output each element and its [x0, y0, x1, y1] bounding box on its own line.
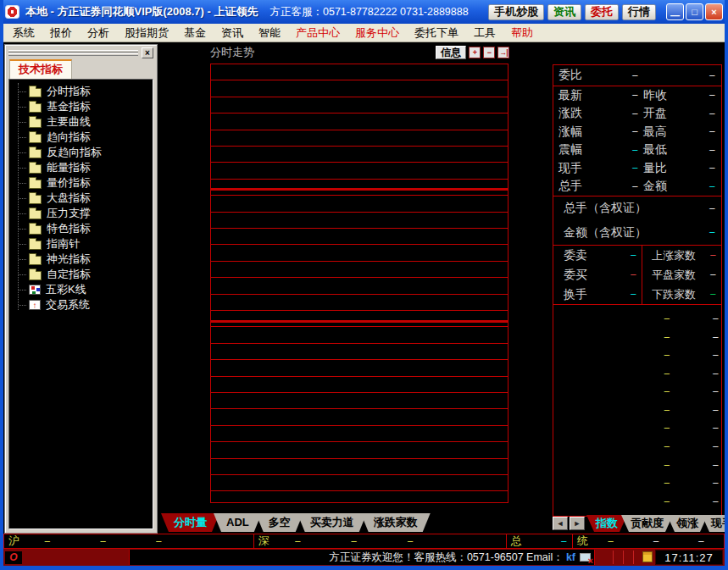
tab-current-volume[interactable]: 现手 — [702, 515, 725, 532]
order-breadth-section: 委卖− 委买− 换手− 上涨家数− 平盘家数− 下跌家数− — [553, 246, 722, 305]
list-item[interactable]: −− — [553, 315, 721, 324]
warrant-section: 总手（含权证） − 金额（含权证） − — [553, 196, 722, 246]
sidebar-grip[interactable]: × — [7, 47, 155, 59]
tab-adl[interactable]: ADL — [214, 513, 262, 532]
folder-icon — [29, 271, 42, 280]
menu-tools[interactable]: 工具 — [466, 24, 503, 42]
tree-item-support-pressure[interactable]: 压力支撑 — [9, 206, 153, 221]
menu-smart[interactable]: 智能 — [251, 24, 288, 42]
main-content: × 技术指标 分时指标 基金指标 主要曲线 趋向指标 反趋向指标 能量指标 量价… — [3, 42, 725, 549]
message-icon[interactable] — [642, 551, 653, 562]
jump-window-icon[interactable]: →| — [497, 47, 509, 58]
menu-system[interactable]: 系统 — [5, 24, 42, 42]
tab-index[interactable]: 指数 — [586, 515, 627, 532]
quotes-button[interactable]: 行情 — [622, 4, 656, 20]
menu-order-entry[interactable]: 委托下单 — [407, 24, 466, 42]
tree-item-main-curves[interactable]: 主要曲线 — [9, 114, 153, 130]
menu-quotes[interactable]: 报价 — [42, 24, 80, 42]
welcome-text: 方正证券欢迎您！客服热线：0571-96507 Email： — [329, 551, 563, 565]
list-item[interactable]: −− — [553, 497, 721, 506]
statusbar: O 方正证券欢迎您！客服热线：0571-96507 Email： kf 17:1… — [0, 549, 728, 566]
statusbar-dividers — [603, 551, 634, 564]
list-item[interactable]: −− — [553, 442, 721, 451]
chart-header: 分时走势 信息 + − →| — [210, 44, 509, 61]
menu-index-futures[interactable]: 股指期货 — [117, 24, 176, 42]
tab-technical-indicators[interactable]: 技术指标 — [9, 59, 72, 79]
intraday-chart-grid[interactable] — [210, 64, 508, 503]
list-item[interactable]: −− — [553, 424, 721, 433]
menu-analysis[interactable]: 分析 — [80, 24, 117, 42]
folder-icon — [29, 134, 42, 143]
tree-item-volume-price-indicators[interactable]: 量价指标 — [9, 175, 153, 191]
list-item[interactable]: −− — [553, 388, 721, 396]
chart-bottom-tabs: 分时量 ADL 多空 买卖力道 涨跌家数 — [161, 513, 431, 532]
indicator-sidebar: × 技术指标 分时指标 基金指标 主要曲线 趋向指标 反趋向指标 能量指标 量价… — [4, 44, 158, 534]
menu-news[interactable]: 资讯 — [214, 24, 251, 42]
menu-funds[interactable]: 基金 — [176, 24, 214, 42]
quote-row: 总手− 金额− — [553, 178, 721, 196]
menu-product-center[interactable]: 产品中心 — [288, 24, 347, 42]
minimize-icon: — — [670, 10, 680, 20]
tab-contribution[interactable]: 贡献度 — [621, 515, 673, 532]
summary-total: 总 − — [507, 534, 573, 548]
warrant-row: 总手（含权证） − — [553, 196, 721, 221]
tab-advance-decline[interactable]: 涨跌家数 — [361, 513, 431, 532]
email-link[interactable]: kf — [566, 551, 575, 563]
breadth-row: 下跌家数− — [642, 285, 721, 304]
remove-window-icon[interactable]: − — [483, 47, 495, 58]
menu-service-center[interactable]: 服务中心 — [347, 24, 407, 42]
titlebar-quick-buttons: 手机炒股 资讯 委托 行情 — [485, 4, 656, 20]
menu-help[interactable]: 帮助 — [503, 24, 541, 42]
folder-icon — [29, 103, 42, 113]
tab-leading-gainers[interactable]: 领涨 — [667, 515, 708, 532]
add-window-icon[interactable]: + — [469, 47, 481, 58]
info-button[interactable]: 信息 — [436, 46, 466, 59]
welcome-panel: 方正证券欢迎您！客服热线：0571-96507 Email： kf — [129, 550, 595, 565]
scroll-left-button[interactable]: ◄ — [553, 517, 568, 530]
maximize-button[interactable]: □ — [686, 3, 703, 20]
kline-chart-icon — [29, 285, 41, 295]
folder-icon — [29, 195, 42, 204]
tree-item-custom-indicators[interactable]: 自定指标 — [9, 267, 153, 282]
service-hotline-text: 方正客服：0571-87782222 0731-2889888 — [270, 5, 468, 19]
tree-item-trend-indicators[interactable]: 趋向指标 — [9, 130, 153, 145]
quote-row: 涨幅− 最高− — [553, 123, 721, 141]
ths-logo-icon: O — [5, 551, 22, 564]
tab-long-short[interactable]: 多空 — [256, 513, 303, 532]
tab-intraday-volume[interactable]: 分时量 — [161, 513, 220, 532]
arrow-right-icon: ► — [574, 519, 581, 528]
tree-item-compass[interactable]: 指南针 — [9, 236, 153, 252]
app-logo-icon[interactable] — [5, 5, 19, 19]
indicator-tree: 分时指标 基金指标 主要曲线 趋向指标 反趋向指标 能量指标 量价指标 大盘指标… — [8, 79, 153, 529]
news-button[interactable]: 资讯 — [547, 4, 581, 20]
close-button[interactable]: × — [705, 3, 723, 20]
window-title: 本地 - 方正证券同花顺VIP版(2008.7) - 上证领先 — [25, 4, 258, 19]
tab-buy-sell-power[interactable]: 买卖力道 — [297, 513, 367, 532]
scroll-right-button[interactable]: ► — [570, 517, 585, 530]
tree-item-trade-system[interactable]: 交易系统 — [9, 297, 153, 313]
tree-item-energy-indicators[interactable]: 能量指标 — [9, 160, 153, 175]
connection-status-icon[interactable] — [580, 553, 591, 562]
quote-row: 震幅− 最低− — [553, 141, 721, 160]
folder-icon — [29, 241, 42, 250]
mobile-trading-button[interactable]: 手机炒股 — [488, 4, 544, 20]
list-item[interactable]: −− — [553, 406, 721, 414]
tree-item-fund-indicators[interactable]: 基金指标 — [9, 99, 153, 114]
list-item[interactable]: −− — [553, 369, 721, 378]
list-item[interactable]: −− — [553, 333, 721, 341]
minimize-button[interactable]: — — [666, 3, 684, 20]
chart-title: 分时走势 — [210, 45, 254, 60]
breadth-row: 上涨家数− — [642, 246, 721, 265]
tree-item-countertrend-indicators[interactable]: 反趋向指标 — [9, 145, 153, 160]
tree-item-color-kline[interactable]: 五彩K线 — [9, 282, 153, 297]
tree-item-shenguang-indicators[interactable]: 神光指标 — [9, 252, 153, 267]
entrust-button[interactable]: 委托 — [585, 4, 619, 20]
tree-item-market-indicators[interactable]: 大盘指标 — [9, 191, 153, 206]
list-item[interactable]: −− — [553, 479, 721, 488]
tree-item-special-indicators[interactable]: 特色指标 — [9, 221, 153, 236]
tree-item-intraday-indicators[interactable]: 分时指标 — [9, 84, 153, 99]
list-item[interactable]: −− — [553, 461, 721, 469]
list-item[interactable]: −− — [553, 351, 721, 360]
sidebar-close-button[interactable]: × — [142, 47, 153, 58]
drag-handle-icon — [8, 49, 138, 57]
